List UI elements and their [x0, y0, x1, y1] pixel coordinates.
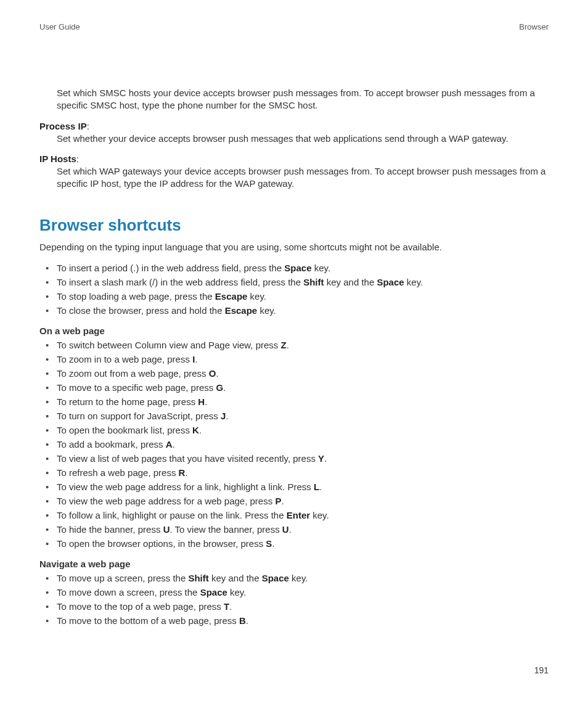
list-item: To view the web page address for a web p…	[57, 495, 549, 507]
list-item: To insert a period (.) in the web addres…	[57, 261, 549, 274]
definition-block: Process IP:Set whether your device accep…	[39, 121, 549, 145]
list-item: To switch between Column view and Page v…	[57, 339, 549, 351]
list-item: To zoom out from a web page, press O.	[57, 367, 549, 380]
subheading-navigate: Navigate a web page	[39, 559, 549, 569]
list-item: To move to the top of a web page, press …	[57, 600, 549, 613]
subheading-on-web-page: On a web page	[39, 326, 549, 336]
header-left: User Guide	[39, 22, 80, 31]
list-item: To add a bookmark, press A.	[57, 438, 549, 451]
definition-body: Set which SMSC hosts your device accepts…	[57, 87, 549, 112]
section-heading: Browser shortcuts	[39, 216, 549, 235]
list-item: To move up a screen, press the Shift key…	[57, 572, 549, 585]
list-item: To move to a specific web page, press G.	[57, 381, 549, 394]
definition-block: IP Hosts:Set which WAP gateways your dev…	[39, 154, 549, 191]
list-item: To open the browser options, in the brow…	[57, 537, 549, 550]
list-item: To turn on support for JavaScript, press…	[57, 409, 549, 422]
definition-term: IP Hosts	[39, 154, 76, 164]
list-item: To open the bookmark list, press K.	[57, 424, 549, 437]
continued-definition: Set which SMSC hosts your device accepts…	[39, 87, 549, 112]
definition-body: Set whether your device accepts browser …	[57, 133, 549, 145]
list-item: To insert a slash mark (/) in the web ad…	[57, 276, 549, 289]
shortcut-list-navigate: To move up a screen, press the Shift key…	[39, 572, 549, 627]
list-item: To return to the home page, press H.	[57, 395, 549, 408]
header-right: Browser	[519, 22, 549, 31]
list-item: To move down a screen, press the Space k…	[57, 586, 549, 599]
list-item: To close the browser, press and hold the…	[57, 304, 549, 317]
definition-body: Set which WAP gateways your device accep…	[57, 165, 549, 191]
shortcut-list-general: To insert a period (.) in the web addres…	[39, 261, 549, 317]
page-number: 191	[534, 665, 549, 675]
list-item: To move to the bottom of a web page, pre…	[57, 614, 549, 627]
document-page: User Guide Browser Set which SMSC hosts …	[0, 0, 588, 706]
list-item: To zoom in to a web page, press I.	[57, 353, 549, 366]
list-item: To refresh a web page, press R.	[57, 466, 549, 479]
page-header: User Guide Browser	[39, 22, 549, 31]
list-item: To stop loading a web page, press the Es…	[57, 290, 549, 303]
list-item: To view a list of web pages that you hav…	[57, 452, 549, 465]
shortcut-list-on-web-page: To switch between Column view and Page v…	[39, 339, 549, 550]
section-intro: Depending on the typing input language t…	[39, 241, 549, 253]
definition-term: Process IP	[39, 121, 87, 131]
definitions-list: Process IP:Set whether your device accep…	[39, 121, 549, 191]
list-item: To hide the banner, press U. To view the…	[57, 523, 549, 536]
list-item: To view the web page address for a link,…	[57, 480, 549, 493]
list-item: To follow a link, highlight or pause on …	[57, 509, 549, 522]
